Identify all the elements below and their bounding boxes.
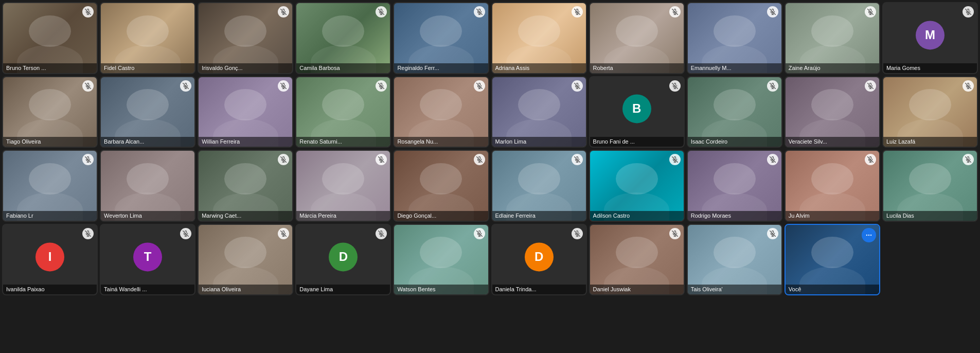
mute-icon <box>474 228 485 239</box>
participant-tile-18[interactable]: Isaac Cordeiro <box>687 76 782 148</box>
participant-name: Marlon Lima <box>492 137 586 147</box>
participant-name: Barbara Alcan... <box>101 137 194 147</box>
mute-icon <box>669 228 681 239</box>
mute-icon <box>767 154 778 165</box>
mute-icon <box>180 228 191 239</box>
participant-tile-11[interactable]: Tiago Oliveira <box>2 76 98 148</box>
participant-tile-4[interactable]: Camila Barbosa <box>295 2 391 74</box>
svg-point-108 <box>866 235 867 236</box>
mute-icon <box>180 80 191 92</box>
participant-tile-35[interactable]: Watson Bentes <box>393 224 489 296</box>
participant-tile-33[interactable]: Iuciana Oliveira <box>198 224 293 296</box>
participant-name: Adriana Assis <box>492 63 586 73</box>
participant-tile-30[interactable]: Lucila Dias <box>882 150 978 222</box>
svg-point-110 <box>870 235 871 236</box>
participant-tile-34[interactable]: D Dayane Lima <box>295 224 391 296</box>
participant-tile-20[interactable]: Luiz Lazafá <box>882 76 978 148</box>
participant-tile-28[interactable]: Rodrigo Moraes <box>687 150 782 222</box>
participant-name: Adilson Castro <box>590 211 684 221</box>
participant-name: Bruno Terson ... <box>3 63 97 73</box>
participant-name: Veraciete Silv... <box>786 137 879 147</box>
participant-name: Isaac Cordeiro <box>688 137 781 147</box>
svg-point-109 <box>868 235 869 236</box>
participant-tile-24[interactable]: Márcia Pereira <box>295 150 391 222</box>
participant-tile-15[interactable]: Rosangela Nu... <box>393 76 489 148</box>
mute-icon <box>278 228 289 239</box>
participant-name: Weverton Lima <box>101 211 194 221</box>
participant-tile-27[interactable]: Adilson Castro <box>589 150 685 222</box>
participant-name: Emannuelly M... <box>688 63 781 73</box>
participant-name: Dayane Lima <box>296 285 390 294</box>
participant-tile-6[interactable]: Adriana Assis <box>491 2 587 74</box>
mute-icon <box>474 154 485 165</box>
participant-tile-1[interactable]: Bruno Terson ... <box>2 2 98 74</box>
participant-name: Reginaldo Ferr... <box>394 63 488 73</box>
participant-name: Daniela Trinda... <box>492 285 586 294</box>
more-options-button[interactable] <box>862 228 876 242</box>
participant-tile-21[interactable]: Fabiano Lr <box>2 150 98 222</box>
participant-name: Maria Gomes <box>883 63 977 73</box>
mute-icon <box>669 154 681 165</box>
mute-icon <box>669 6 681 17</box>
participant-tile-3[interactable]: Irisvaldo Gonç... <box>198 2 293 74</box>
participant-name: Rosangela Nu... <box>394 137 488 147</box>
participant-tile-14[interactable]: Renato Saturni... <box>295 76 391 148</box>
avatar: D <box>329 242 358 271</box>
participant-name: Edlaine Ferreira <box>492 211 586 221</box>
participant-name: Watson Bentes <box>394 285 488 294</box>
participant-tile-7[interactable]: Roberta <box>589 2 685 74</box>
participant-tile-39[interactable]: Você <box>785 224 880 296</box>
participant-name: Marwing Caet... <box>199 211 292 221</box>
participant-tile-12[interactable]: Barbara Alcan... <box>100 76 195 148</box>
avatar: B <box>622 95 651 123</box>
mute-icon <box>572 80 583 92</box>
participant-tile-37[interactable]: Daniel Juswiak <box>589 224 685 296</box>
participant-tile-31[interactable]: I Ivanilda Paixao <box>2 224 98 296</box>
participant-tile-5[interactable]: Reginaldo Ferr... <box>393 2 489 74</box>
tile-background <box>101 151 194 221</box>
participant-tile-22[interactable]: Weverton Lima <box>100 150 195 222</box>
mute-icon <box>474 80 485 92</box>
participant-tile-25[interactable]: Diego Gonçal... <box>393 150 489 222</box>
participant-tile-26[interactable]: Edlaine Ferreira <box>491 150 587 222</box>
mute-icon <box>82 6 94 17</box>
participant-tile-16[interactable]: Marlon Lima <box>491 76 587 148</box>
participant-name: Ivanilda Paixao <box>3 285 97 294</box>
participant-name: Márcia Pereira <box>296 211 390 221</box>
participant-name: Willian Ferreira <box>199 137 292 147</box>
mute-icon <box>767 228 778 239</box>
mute-icon <box>865 6 876 17</box>
avatar: D <box>525 242 554 271</box>
avatar: M <box>916 21 945 49</box>
tile-background <box>101 3 194 73</box>
participant-tile-10[interactable]: M Maria Gomes <box>882 2 978 74</box>
participant-tile-36[interactable]: D Daniela Trinda... <box>491 224 587 296</box>
mute-icon <box>572 154 583 165</box>
participant-tile-23[interactable]: Marwing Caet... <box>198 150 293 222</box>
mute-icon <box>865 154 876 165</box>
participant-tile-38[interactable]: Tais Oliveira' <box>687 224 782 296</box>
mute-icon <box>278 80 289 92</box>
mute-icon <box>572 228 583 239</box>
participant-tile-8[interactable]: Emannuelly M... <box>687 2 782 74</box>
mute-icon <box>376 80 387 92</box>
participant-name: Fabiano Lr <box>3 211 97 221</box>
participant-name: Fidel Castro <box>101 63 194 73</box>
mute-icon <box>669 80 681 92</box>
participant-name: Irisvaldo Gonç... <box>199 63 292 73</box>
participant-tile-17[interactable]: B Bruno Fani de ... <box>589 76 685 148</box>
participant-name: Renato Saturni... <box>296 137 390 147</box>
participant-tile-2[interactable]: Fidel Castro <box>100 2 195 74</box>
participant-name: Diego Gonçal... <box>394 211 488 221</box>
participant-name: Lucila Dias <box>883 211 977 221</box>
mute-icon <box>963 6 974 17</box>
participant-tile-9[interactable]: Zaine Araújo <box>785 2 880 74</box>
participant-name: Iuciana Oliveira <box>199 285 292 294</box>
participant-name: Tais Oliveira' <box>688 285 781 294</box>
participant-name: Luiz Lazafá <box>883 137 977 147</box>
participant-tile-32[interactable]: T Tainá Wandelli ... <box>100 224 195 296</box>
participant-name: Ju Alvim <box>786 211 879 221</box>
participant-tile-13[interactable]: Willian Ferreira <box>198 76 293 148</box>
participant-tile-19[interactable]: Veraciete Silv... <box>785 76 880 148</box>
participant-tile-29[interactable]: Ju Alvim <box>785 150 880 222</box>
